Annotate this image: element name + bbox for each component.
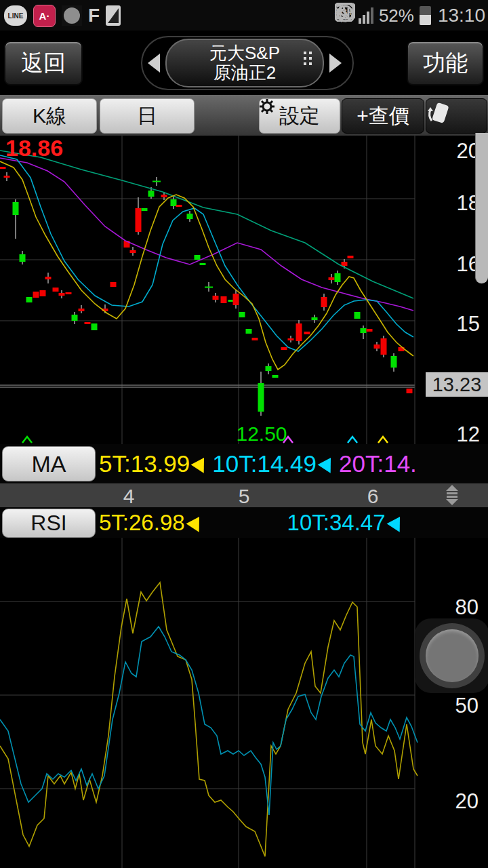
last-price-value: 13.23 bbox=[432, 374, 482, 395]
resize-up-icon bbox=[446, 485, 458, 491]
candle bbox=[20, 254, 26, 262]
ma-button[interactable]: MA bbox=[2, 446, 96, 481]
x-axis-label: 5 bbox=[239, 485, 250, 508]
rsi-axis-label: 20 bbox=[455, 789, 479, 813]
next-symbol-icon[interactable] bbox=[329, 54, 342, 73]
back-button[interactable]: 返回 bbox=[4, 41, 83, 85]
candle bbox=[407, 389, 413, 393]
candle bbox=[0, 167, 6, 169]
x-axis-strip[interactable]: 456 bbox=[0, 483, 488, 509]
ma10-value: 10T:14.49 bbox=[212, 450, 317, 477]
drag-handle-icon bbox=[304, 52, 312, 65]
candle bbox=[391, 356, 397, 368]
add-quote-button[interactable]: +查價 bbox=[342, 98, 424, 134]
candle bbox=[45, 277, 52, 279]
settings-button[interactable]: 設定 bbox=[259, 98, 340, 134]
system-status-icons: 4G+↓↑ 52% 13:10 bbox=[335, 3, 485, 28]
candle bbox=[79, 309, 85, 311]
rsi10-down-arrow-icon bbox=[386, 517, 406, 536]
app-screen: LINE A· F 4G+↓↑ bbox=[0, 0, 488, 868]
symbol-title-button[interactable]: 元大S&P 原油正2 bbox=[165, 39, 324, 87]
candle bbox=[92, 323, 98, 330]
chart-type-button[interactable]: K線 bbox=[2, 98, 97, 134]
candle bbox=[367, 329, 373, 332]
notification-icons: LINE A· F bbox=[4, 3, 121, 28]
facebook-f-icon: F bbox=[88, 5, 100, 26]
ma-values: 5T:13.99 10T:14.49 20T:14.85 bbox=[99, 444, 416, 483]
candlestick-chart: 201816151213.2318.8612.50 bbox=[0, 136, 488, 444]
candle bbox=[195, 255, 201, 260]
rsi5-value: 5T:26.98 bbox=[99, 510, 185, 536]
pane-resize-handle[interactable] bbox=[442, 485, 462, 507]
rotate-screen-icon bbox=[426, 99, 453, 126]
candle bbox=[200, 263, 206, 265]
candle bbox=[221, 296, 227, 303]
alarm-icon bbox=[335, 3, 355, 23]
rsi-axis-label: 50 bbox=[455, 694, 479, 717]
status-bar: LINE A· F 4G+↓↑ bbox=[0, 0, 488, 31]
candle bbox=[72, 315, 78, 321]
candle bbox=[176, 205, 182, 207]
candle bbox=[136, 208, 142, 232]
vertical-scrollbar[interactable] bbox=[475, 133, 488, 283]
period-low-label: 12.50 bbox=[236, 422, 287, 444]
ma-indicator-row: MA 5T:13.99 10T:14.49 20T:14.85 bbox=[0, 444, 488, 483]
candle bbox=[66, 292, 72, 294]
rsi-values: 5T:26.98 10T:34.47 bbox=[99, 507, 479, 538]
candle bbox=[13, 202, 19, 215]
low-marker-caret bbox=[348, 437, 357, 443]
candle bbox=[59, 293, 65, 296]
candle bbox=[110, 282, 117, 287]
candle bbox=[266, 366, 272, 371]
period-button[interactable]: 日 bbox=[100, 98, 195, 134]
rsi10-line bbox=[0, 627, 418, 815]
resize-down-icon bbox=[446, 499, 458, 505]
candle bbox=[329, 277, 335, 280]
candle bbox=[272, 375, 279, 378]
ma5-value: 5T:13.99 bbox=[99, 450, 190, 477]
nav-bar: 返回 元大S&P 原油正2 功能 bbox=[0, 31, 488, 95]
price-axis-label: 15 bbox=[457, 312, 480, 336]
period-high-label: 18.86 bbox=[5, 136, 63, 161]
candle bbox=[142, 208, 148, 211]
candle bbox=[239, 312, 245, 317]
price-chart-pane[interactable]: 201816151213.2318.8612.50 bbox=[0, 136, 488, 444]
candle bbox=[304, 332, 310, 334]
rsi10-value: 10T:34.47 bbox=[287, 510, 386, 536]
line-app-icon: LINE bbox=[4, 5, 27, 26]
ma20-value: 20T:14.85 bbox=[339, 450, 416, 477]
rsi-button[interactable]: RSI bbox=[2, 509, 96, 538]
candle bbox=[335, 273, 341, 282]
ma60-line bbox=[0, 151, 413, 298]
x-axis-label: 4 bbox=[123, 485, 135, 508]
joystick-button[interactable] bbox=[415, 618, 488, 693]
symbol-name-line2: 原油正2 bbox=[209, 63, 280, 83]
rotate-screen-button[interactable] bbox=[426, 98, 487, 134]
battery-icon bbox=[420, 6, 431, 25]
ma5-down-arrow-icon bbox=[191, 458, 211, 477]
circle-notification-icon bbox=[62, 5, 82, 26]
signal-strength-icon bbox=[359, 7, 373, 24]
candle bbox=[321, 297, 327, 307]
low-marker-caret bbox=[22, 437, 32, 443]
prev-symbol-icon[interactable] bbox=[148, 54, 160, 73]
candle bbox=[26, 297, 33, 302]
candle bbox=[296, 323, 302, 341]
a-plus-app-icon: A· bbox=[33, 5, 56, 27]
chart-toolbar: K線 日 設定 +查價 bbox=[0, 95, 488, 136]
rsi-indicator-row: RSI 5T:26.98 10T:34.47 bbox=[0, 507, 488, 538]
function-button[interactable]: 功能 bbox=[407, 41, 484, 85]
candle bbox=[312, 317, 318, 320]
candle bbox=[252, 338, 258, 340]
x-axis-label: 6 bbox=[367, 485, 379, 508]
rsi5-down-arrow-icon bbox=[186, 517, 205, 536]
clock: 13:10 bbox=[438, 5, 485, 26]
candle bbox=[213, 296, 219, 300]
symbol-name-line1: 元大S&P bbox=[209, 43, 280, 63]
candle bbox=[85, 322, 91, 324]
battery-percent: 52% bbox=[379, 5, 414, 26]
candle bbox=[148, 191, 155, 197]
candle bbox=[246, 329, 252, 334]
candle bbox=[187, 214, 193, 219]
rsi-chart-pane[interactable]: 805020 bbox=[0, 538, 488, 868]
